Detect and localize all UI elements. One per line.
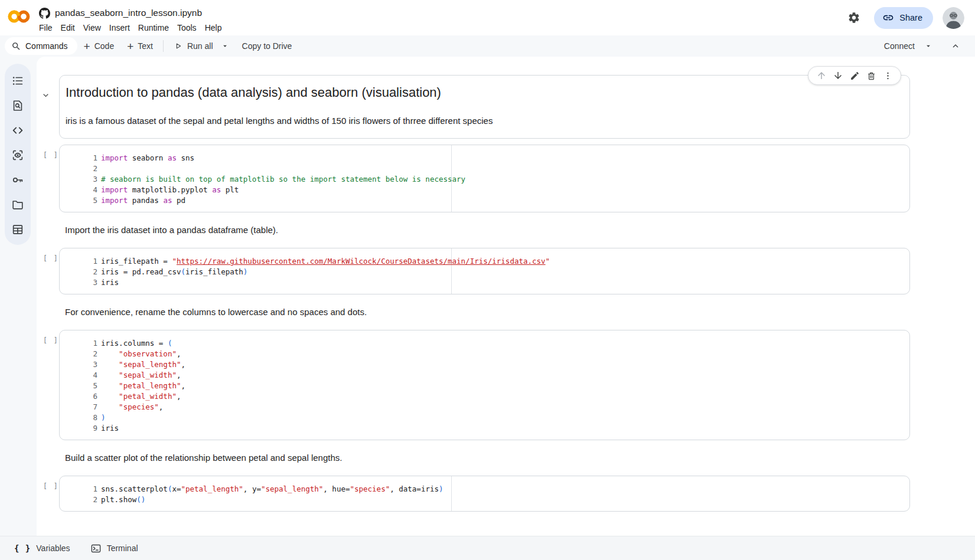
code-cell[interactable]: 1import seaborn as sns23# seaborn is bui…	[59, 145, 910, 212]
code-text: import matplotlib.pyplot as plt	[101, 185, 239, 195]
code-line: 4 "sepal_width",	[60, 370, 909, 381]
settings-button[interactable]	[843, 7, 865, 28]
code-cell[interactable]: 1iris.columns = (2 "observation",3 "sepa…	[59, 330, 910, 440]
commands-label: Commands	[25, 41, 68, 51]
colab-logo-icon[interactable]	[7, 8, 31, 25]
sidebar-item-table-of-contents[interactable]	[8, 71, 28, 90]
more-options-button[interactable]	[879, 67, 896, 84]
menu-item-runtime[interactable]: Runtime	[134, 22, 173, 34]
delete-cell-button[interactable]	[863, 67, 879, 84]
copy-to-drive-label: Copy to Drive	[242, 41, 292, 51]
sidebar-item-find-replace[interactable]	[8, 96, 28, 115]
add-text-label: Text	[138, 41, 153, 51]
arrow-down-icon	[833, 70, 843, 81]
commands-button[interactable]: Commands	[5, 37, 77, 55]
collapse-header-button[interactable]	[948, 38, 963, 54]
line-number: 1	[60, 153, 101, 163]
code-text: "observation",	[101, 349, 181, 359]
run-all-dropdown[interactable]	[220, 37, 236, 55]
add-text-button[interactable]: + Text	[120, 37, 159, 55]
menu-item-help[interactable]: Help	[201, 22, 226, 34]
code-cell[interactable]: 1iris_filepath = "https://raw.githubuser…	[59, 248, 910, 294]
chevron-up-icon	[951, 41, 960, 51]
terminal-button[interactable]: Terminal	[90, 543, 138, 554]
code-line: 3 "sepal_length",	[60, 359, 909, 370]
code-text: "sepal_width",	[101, 370, 181, 381]
data-table-icon	[11, 223, 24, 236]
sidebar-item-files[interactable]	[8, 195, 28, 214]
menu-item-file[interactable]: File	[35, 22, 57, 34]
menu-item-insert[interactable]: Insert	[105, 22, 134, 34]
copy-to-drive-button[interactable]: Copy to Drive	[236, 37, 299, 55]
file-row: pandas_seaborn_intro_lesson.ipynb	[39, 6, 226, 20]
code-text: import pandas as pd	[101, 195, 185, 206]
move-cell-up-button[interactable]	[813, 67, 830, 84]
code-row: [ ]1iris.columns = (2 "observation",3 "s…	[37, 330, 975, 440]
menu-item-tools[interactable]: Tools	[173, 22, 201, 34]
plus-icon: +	[84, 41, 90, 52]
markdown-cell[interactable]: For convenience, rename the columns to l…	[59, 307, 910, 317]
code-text: )	[101, 412, 106, 423]
cell-toolbar	[808, 66, 901, 85]
cell-gutter	[37, 225, 59, 235]
avatar[interactable]	[943, 7, 964, 29]
move-cell-down-button[interactable]	[830, 67, 846, 84]
line-number: 2	[60, 163, 101, 174]
line-number: 3	[60, 359, 101, 370]
menu-item-view[interactable]: View	[79, 22, 105, 34]
variables-button[interactable]: { } Variables	[14, 543, 70, 553]
code-text: "species",	[101, 402, 163, 412]
connect-button[interactable]: Connect	[884, 41, 932, 51]
run-all-button[interactable]: Run all	[167, 37, 220, 55]
markdown-cell[interactable]: Build a scatter plot of the relationship…	[59, 453, 910, 463]
run-cell-button[interactable]: [ ]	[43, 336, 59, 345]
code-line: 8)	[60, 412, 909, 423]
cell-gutter	[37, 453, 59, 463]
add-code-button[interactable]: + Code	[77, 37, 121, 55]
share-button[interactable]: Share	[874, 7, 933, 29]
code-line: 1sns.scatterplot(x="petal_length", y="se…	[60, 484, 909, 494]
line-number: 1	[60, 338, 101, 349]
cell-gutter: [ ]	[37, 476, 59, 512]
line-number: 2	[60, 267, 101, 277]
line-number: 3	[60, 277, 101, 288]
notebook-toolbar: Commands + Code + Text Run all Copy to D…	[0, 35, 975, 57]
sidebar-item-scan-eye[interactable]	[8, 145, 28, 165]
play-icon	[174, 41, 183, 51]
edit-cell-button[interactable]	[846, 67, 863, 84]
add-code-label: Code	[94, 41, 114, 51]
run-cell-button[interactable]: [ ]	[43, 254, 59, 263]
gear-icon	[847, 11, 860, 24]
run-cell-button[interactable]: [ ]	[43, 151, 59, 159]
header-right: Share	[843, 0, 975, 35]
code-snippets-icon	[11, 124, 24, 137]
terminal-icon	[90, 543, 102, 554]
run-all-label: Run all	[187, 41, 213, 51]
notebook-filename[interactable]: pandas_seaborn_intro_lesson.ipynb	[55, 8, 202, 18]
trash-icon	[866, 71, 876, 81]
code-cell[interactable]: 1sns.scatterplot(x="petal_length", y="se…	[59, 476, 910, 512]
markdown-heading-cell[interactable]: Introduction to pandas (data analysis) a…	[59, 75, 910, 139]
sidebar-item-data-table[interactable]	[8, 220, 28, 239]
line-number: 9	[60, 423, 101, 434]
arrow-up-icon	[816, 70, 827, 81]
line-number: 3	[60, 174, 101, 185]
sidebar-item-secrets[interactable]	[8, 170, 28, 189]
cell-gutter: [ ]	[37, 145, 59, 212]
search-icon	[11, 41, 21, 51]
toolbar-left: Commands + Code + Text Run all Copy to D…	[5, 37, 298, 55]
sidebar-item-code-snippets[interactable]	[8, 120, 28, 140]
code-line: 1iris_filepath = "https://raw.githubuser…	[60, 256, 909, 267]
run-cell-button[interactable]: [ ]	[43, 482, 59, 490]
menu-item-edit[interactable]: Edit	[57, 22, 79, 34]
kebab-menu-icon	[883, 71, 893, 81]
scan-eye-icon	[11, 149, 24, 162]
status-bar: { } Variables Terminal	[0, 536, 975, 560]
code-text: iris = pd.read_csv(iris_filepath)	[101, 267, 247, 277]
chevron-down-icon	[221, 42, 229, 50]
code-text: import seaborn as sns	[101, 153, 194, 163]
notebook-panel: Introduction to pandas (data analysis) a…	[37, 57, 975, 536]
code-line: 4import matplotlib.pyplot as plt	[60, 185, 909, 195]
collapse-section-button[interactable]	[41, 91, 50, 100]
markdown-cell[interactable]: Import the iris dataset into a pandas da…	[59, 225, 910, 235]
